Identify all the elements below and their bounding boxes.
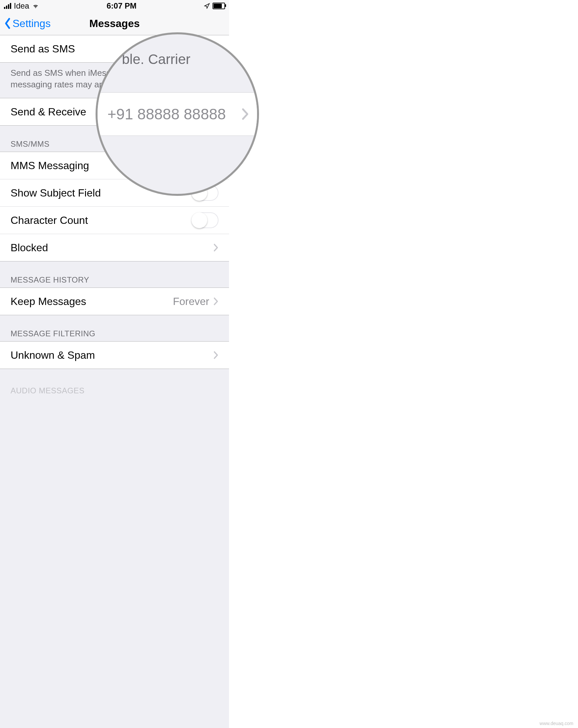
carrier-label: Idea <box>14 1 29 10</box>
chevron-right-icon <box>213 350 219 360</box>
status-left: Idea <box>4 1 39 10</box>
back-button[interactable]: Settings <box>4 12 51 35</box>
magnified-toggle-fragment <box>231 34 259 61</box>
nav-bar: Settings Messages <box>0 12 229 35</box>
back-label: Settings <box>12 18 51 30</box>
status-bar: Idea 6:07 PM <box>0 0 229 12</box>
blocked-row[interactable]: Blocked <box>0 234 229 261</box>
battery-icon <box>213 3 225 9</box>
magnified-phone-number: +91 88888 88888 <box>107 105 241 123</box>
chevron-left-icon <box>4 18 11 29</box>
character-count-row[interactable]: Character Count <box>0 206 229 234</box>
wifi-icon <box>32 3 39 8</box>
cell-signal-icon <box>4 3 11 9</box>
magnified-footer-fragment: ble. Carrier <box>122 51 190 67</box>
status-right <box>204 3 225 9</box>
nav-title: Messages <box>89 18 140 30</box>
section-header-filtering: MESSAGE FILTERING <box>0 315 229 342</box>
section-header-history: MESSAGE HISTORY <box>0 261 229 288</box>
magnifier-callout: ble. Carrier +91 88888 88888 <box>95 32 259 196</box>
chevron-right-icon <box>213 243 219 252</box>
magnified-send-receive-row: +91 88888 88888 <box>98 92 257 136</box>
chevron-right-icon <box>241 107 249 121</box>
keep-messages-value: Forever <box>173 295 209 308</box>
keep-messages-row[interactable]: Keep Messages Forever <box>0 287 229 315</box>
section-header-audio: AUDIO MESSAGES <box>0 369 229 399</box>
character-count-toggle[interactable] <box>191 212 219 228</box>
watermark: www.deuaq.com <box>540 721 573 726</box>
keep-messages-label: Keep Messages <box>10 295 173 308</box>
character-count-label: Character Count <box>10 214 191 227</box>
chevron-right-icon <box>213 297 219 306</box>
unknown-spam-label: Unknown & Spam <box>10 349 213 361</box>
magnifier-content: ble. Carrier +91 88888 88888 <box>98 34 257 194</box>
location-icon <box>204 3 210 9</box>
blocked-label: Blocked <box>10 242 213 254</box>
unknown-spam-row[interactable]: Unknown & Spam <box>0 341 229 369</box>
status-time: 6:07 PM <box>107 1 137 10</box>
